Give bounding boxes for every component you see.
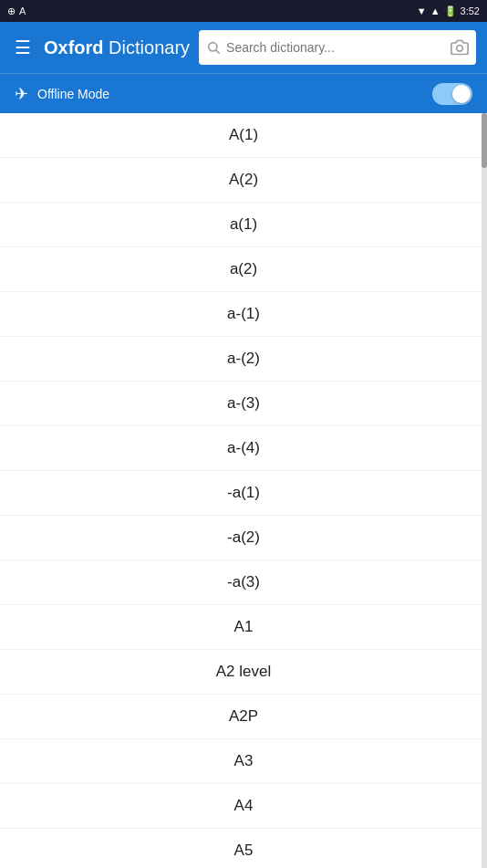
- list-item[interactable]: a-(4): [0, 426, 487, 471]
- menu-button[interactable]: ☰: [11, 33, 35, 62]
- system-icon-2: A: [19, 5, 26, 16]
- search-icon: [206, 40, 221, 55]
- search-bar[interactable]: [199, 30, 476, 65]
- app-title-normal: Dictionary: [104, 37, 190, 58]
- list-item[interactable]: A2P: [0, 695, 487, 739]
- list-item[interactable]: -a(3): [0, 560, 487, 605]
- camera-icon[interactable]: [451, 38, 469, 57]
- svg-point-0: [209, 43, 217, 51]
- toolbar: ☰ Oxford Dictionary: [0, 22, 487, 73]
- offline-mode-left: ✈ Offline Mode: [15, 84, 109, 104]
- svg-point-2: [457, 46, 463, 52]
- dictionary-list: A(1)A(2)a(1)a(2)a-(1)a-(2)a-(3)a-(4)-a(1…: [0, 113, 487, 868]
- page-wrapper: ⊕ A ▼ ▲ 🔋 3:52 ☰ Oxford Dictionary: [0, 0, 487, 868]
- list-item[interactable]: a(1): [0, 203, 487, 247]
- list-item[interactable]: A2 level: [0, 650, 487, 695]
- airplane-icon: ✈: [15, 84, 28, 104]
- wifi-icon: ▼: [417, 5, 427, 16]
- battery-icon: 🔋: [444, 5, 457, 17]
- system-icon-1: ⊕: [7, 5, 16, 17]
- status-bar: ⊕ A ▼ ▲ 🔋 3:52: [0, 0, 487, 22]
- offline-mode-toggle[interactable]: [432, 83, 472, 105]
- list-item[interactable]: a-(3): [0, 382, 487, 426]
- list-item[interactable]: A5: [0, 829, 487, 868]
- status-bar-right: ▼ ▲ 🔋 3:52: [417, 5, 480, 17]
- signal-icon: ▲: [430, 5, 440, 16]
- list-item[interactable]: A(1): [0, 113, 487, 158]
- offline-mode-bar: ✈ Offline Mode: [0, 73, 487, 113]
- list-item[interactable]: a-(1): [0, 292, 487, 337]
- list-item[interactable]: a(2): [0, 247, 487, 292]
- list-item[interactable]: a-(2): [0, 337, 487, 382]
- search-input[interactable]: [226, 40, 445, 55]
- scrollbar-track[interactable]: [482, 113, 487, 868]
- status-bar-left: ⊕ A: [7, 5, 26, 17]
- list-item[interactable]: A1: [0, 605, 487, 650]
- app-title-bold: Oxford: [44, 37, 104, 58]
- app-title: Oxford Dictionary: [44, 37, 190, 58]
- list-item[interactable]: A4: [0, 784, 487, 829]
- time-display: 3:52: [461, 5, 480, 16]
- list-item[interactable]: A3: [0, 739, 487, 784]
- offline-mode-label: Offline Mode: [37, 87, 109, 101]
- svg-line-1: [216, 50, 220, 54]
- list-item[interactable]: -a(2): [0, 516, 487, 560]
- list-item[interactable]: A(2): [0, 158, 487, 203]
- hamburger-icon: ☰: [15, 37, 31, 58]
- list-item[interactable]: -a(1): [0, 471, 487, 516]
- scrollbar-thumb[interactable]: [482, 113, 487, 168]
